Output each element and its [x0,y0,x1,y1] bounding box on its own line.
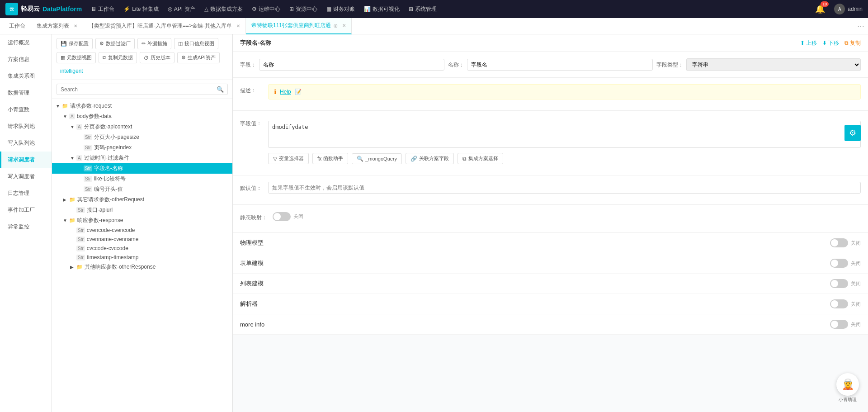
toggle-switch-physics[interactable] [830,238,848,247]
tree-node-like[interactable]: ▶ Str like-比较符号 [52,174,232,184]
nav-ops[interactable]: ⚙运维中心 [252,5,280,13]
field-input[interactable] [259,59,444,71]
nav-visualization[interactable]: 📊数据可视化 [364,5,400,13]
more-info-toggle[interactable]: 关闭 [830,320,861,329]
list-model-toggle[interactable]: 关闭 [830,279,861,288]
tree-node-cvencode[interactable]: ▶ Str cvencode-cvencode [52,226,232,235]
type-select[interactable]: 字符串 [686,58,861,71]
sidebar-item-request-queue[interactable]: 请求队列池 [0,118,52,135]
tab-close-warehouse[interactable]: ✕ [236,24,240,28]
toggle-switch-form[interactable] [830,259,848,268]
integration-select-button[interactable]: ⧉ 集成方案选择 [458,153,503,164]
supplement-button[interactable]: ✏ 补漏措施 [137,38,171,49]
tree-node-pageindex[interactable]: ▶ Str 页码-pageindex [52,142,232,153]
tab-warehouse[interactable]: 【类型退货预入库】旺店通-入库单管理==>金蝶-其他入库单 ✕ [83,18,246,34]
field-value-area: dmodifydate [268,121,861,149]
sidebar-item-request-scheduler[interactable]: 请求调度者 [0,152,52,168]
toggle-switch-more-info[interactable] [830,320,848,329]
nav-lite[interactable]: ⚡Lite 轻集成 [123,5,159,13]
tree-node-fieldname[interactable]: ▶ Str 字段名-名称 [52,163,232,174]
tab-more-button[interactable]: ⋯ [857,22,864,30]
avatar: A [834,4,845,14]
help-edit-icon[interactable]: 📝 [295,89,302,95]
nav-api[interactable]: ◎API 资产 [168,5,195,13]
field-value-input-wrapper: dmodifydate ▽ 变量选择器 fx 函数助手 [268,117,861,164]
parser-toggle[interactable]: 关闭 [830,299,861,308]
notification-bell[interactable]: 🔔 10 [815,4,825,14]
sidebar-item-write-scheduler[interactable]: 写入调度者 [0,168,52,185]
app-logo[interactable]: 云 轻易云 DataPlatform [5,3,82,15]
folder-icon: 📁 [69,218,77,223]
interface-view-button[interactable]: ◫ 接口信息视图 [174,38,218,49]
data-filter-button[interactable]: ⚙ 数据过滤厂 [95,38,135,49]
field-value-textarea[interactable]: dmodifydate [268,121,861,148]
tree-node-cvenname[interactable]: ▶ Str cvenname-cvenname [52,235,232,244]
link-field-button[interactable]: 🔗 关联方案字段 [406,153,454,164]
tree-node-other-request[interactable]: ▶ 📁 其它请求参数-otherRequest [52,194,232,205]
default-value-input[interactable] [268,182,861,194]
mongo-query-button[interactable]: 🔍 _mongoQuery [352,153,402,164]
sidebar-item-solution-info[interactable]: 方案信息 [0,51,52,68]
nav-resource[interactable]: ⊞资源中心 [289,5,317,13]
sidebar-item-write-queue[interactable]: 写入队列池 [0,135,52,152]
sidebar-item-monitor[interactable]: 异常监控 [0,218,52,235]
tab-close-active[interactable]: ✕ [342,23,346,28]
tree-node-filter[interactable]: ▼ A 过滤时间-过滤条件 [52,153,232,163]
field-title: 字段名-名称 [240,39,271,47]
tree-node-request[interactable]: ▼ 📁 请求参数-request [52,101,232,111]
tree-node-response[interactable]: ▼ 📁 响应参数-response [52,215,232,226]
field-input-wrapper [259,59,444,71]
settings-gear-button[interactable]: ⚙ [844,125,861,141]
tree-node-code[interactable]: ▶ Str 编号开头-值 [52,184,232,194]
copy-icon: ⧉ [844,40,849,46]
physics-model-toggle[interactable]: 关闭 [830,238,861,247]
name-input[interactable] [467,59,652,71]
help-link[interactable]: Help [280,89,291,95]
sidebar-item-data-management[interactable]: 数据管理 [0,85,52,101]
tree-node-pagesize[interactable]: ▶ Str 分页大小-pagesize [52,132,232,142]
variable-selector-button[interactable]: ▽ 变量选择器 [268,153,309,164]
form-model-toggle[interactable]: 关闭 [830,259,861,268]
tab-active[interactable]: 帝特物联111张套供应商到旺店通 ◎ ✕ [246,18,352,34]
move-up-button[interactable]: ⬆ 上移 [800,39,817,47]
copy-field-button[interactable]: ⧉ 复制 [844,39,861,47]
tab-close-integration-list[interactable]: ✕ [74,24,77,28]
toggle-switch-parser[interactable] [830,299,848,308]
sidebar-item-query[interactable]: 小青查数 [0,101,52,118]
static-map-toggle[interactable]: 关闭 [273,212,303,221]
toggle-switch-static[interactable] [273,212,291,221]
link-icon: 🔗 [410,156,417,162]
search-area: 🔍 [52,80,232,99]
sidebar-item-integration-map[interactable]: 集成关系图 [0,68,52,85]
generate-api-button[interactable]: ⚙ 生成API资产 [177,52,220,63]
tab-workbench[interactable]: 工作台 [4,18,31,34]
function-helper-button[interactable]: fx 函数助手 [312,153,348,164]
toggle-switch-list[interactable] [830,279,848,288]
tree-node-apiurl[interactable]: ▶ Str 接口-apiurl [52,205,232,215]
sidebar-item-overview[interactable]: 运行概况 [0,34,52,51]
save-config-button[interactable]: 💾 保存配置 [57,38,93,49]
tree-node-body[interactable]: ▼ A body参数-data [52,111,232,122]
nav-system[interactable]: ⊞系统管理 [409,5,437,13]
copy-meta-button[interactable]: ⧉ 复制元数据 [99,52,137,63]
tab-integration-list[interactable]: 集成方案列表 ✕ [31,18,83,34]
nav-workbench[interactable]: 🖥工作台 [91,5,114,13]
sidebar-item-event[interactable]: 事件加工厂 [0,202,52,218]
history-button[interactable]: ⏱ 历史版本 [140,52,175,63]
tree-node-other-response[interactable]: ▶ 📁 其他响应参数-otherResponse [52,262,232,272]
tree-node-cvccode[interactable]: ▶ Str cvccode-cvccode [52,244,232,253]
assistant-button[interactable]: 🧝 [836,373,859,396]
nav-data-integration[interactable]: △数据集成方案 [204,5,243,13]
fx-icon: fx [317,156,321,162]
user-menu[interactable]: A admin [834,4,863,14]
tree-node-timestamp[interactable]: ▶ Str timestamp-timestamp [52,253,232,262]
move-down-button[interactable]: ⬇ 下移 [822,39,839,47]
parser-status: 关闭 [851,301,861,308]
sidebar-item-log[interactable]: 日志管理 [0,185,52,202]
tree-node-pagination[interactable]: ▼ A 分页参数-apicontext [52,122,232,132]
intelligent-button[interactable]: intelligent [57,66,87,76]
nav-finance[interactable]: ▦财务对账 [326,5,355,13]
assistant-label: 小青助理 [836,397,859,403]
search-input[interactable] [61,86,214,93]
meta-view-button[interactable]: ▦ 元数据视图 [57,52,96,63]
